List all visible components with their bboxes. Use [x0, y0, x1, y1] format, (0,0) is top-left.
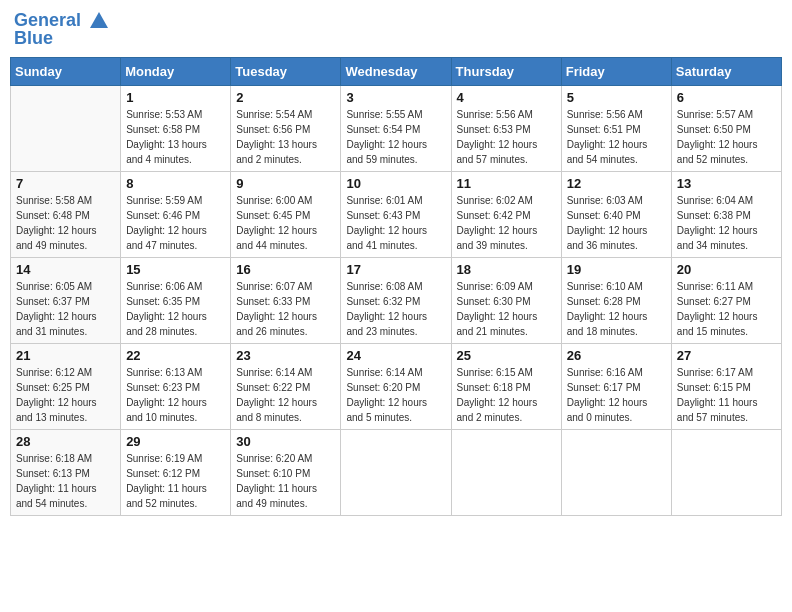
day-number: 20	[677, 262, 776, 277]
day-number: 30	[236, 434, 335, 449]
day-number: 17	[346, 262, 445, 277]
day-info: Sunrise: 6:13 AM Sunset: 6:23 PM Dayligh…	[126, 365, 225, 425]
day-cell: 25Sunrise: 6:15 AM Sunset: 6:18 PM Dayli…	[451, 344, 561, 430]
day-info: Sunrise: 6:05 AM Sunset: 6:37 PM Dayligh…	[16, 279, 115, 339]
day-number: 5	[567, 90, 666, 105]
day-info: Sunrise: 6:03 AM Sunset: 6:40 PM Dayligh…	[567, 193, 666, 253]
day-info: Sunrise: 6:12 AM Sunset: 6:25 PM Dayligh…	[16, 365, 115, 425]
day-info: Sunrise: 6:11 AM Sunset: 6:27 PM Dayligh…	[677, 279, 776, 339]
day-cell: 11Sunrise: 6:02 AM Sunset: 6:42 PM Dayli…	[451, 172, 561, 258]
day-cell: 3Sunrise: 5:55 AM Sunset: 6:54 PM Daylig…	[341, 86, 451, 172]
day-cell: 7Sunrise: 5:58 AM Sunset: 6:48 PM Daylig…	[11, 172, 121, 258]
day-number: 27	[677, 348, 776, 363]
day-cell: 21Sunrise: 6:12 AM Sunset: 6:25 PM Dayli…	[11, 344, 121, 430]
day-cell: 28Sunrise: 6:18 AM Sunset: 6:13 PM Dayli…	[11, 430, 121, 516]
day-cell: 13Sunrise: 6:04 AM Sunset: 6:38 PM Dayli…	[671, 172, 781, 258]
day-number: 21	[16, 348, 115, 363]
day-info: Sunrise: 6:16 AM Sunset: 6:17 PM Dayligh…	[567, 365, 666, 425]
day-info: Sunrise: 6:15 AM Sunset: 6:18 PM Dayligh…	[457, 365, 556, 425]
svg-marker-0	[90, 12, 108, 28]
day-number: 15	[126, 262, 225, 277]
day-info: Sunrise: 5:53 AM Sunset: 6:58 PM Dayligh…	[126, 107, 225, 167]
day-cell: 24Sunrise: 6:14 AM Sunset: 6:20 PM Dayli…	[341, 344, 451, 430]
day-number: 13	[677, 176, 776, 191]
day-cell: 22Sunrise: 6:13 AM Sunset: 6:23 PM Dayli…	[121, 344, 231, 430]
day-cell	[671, 430, 781, 516]
day-cell: 2Sunrise: 5:54 AM Sunset: 6:56 PM Daylig…	[231, 86, 341, 172]
day-header-saturday: Saturday	[671, 58, 781, 86]
day-number: 6	[677, 90, 776, 105]
day-cell: 29Sunrise: 6:19 AM Sunset: 6:12 PM Dayli…	[121, 430, 231, 516]
day-number: 23	[236, 348, 335, 363]
day-info: Sunrise: 6:09 AM Sunset: 6:30 PM Dayligh…	[457, 279, 556, 339]
day-info: Sunrise: 5:54 AM Sunset: 6:56 PM Dayligh…	[236, 107, 335, 167]
day-info: Sunrise: 5:58 AM Sunset: 6:48 PM Dayligh…	[16, 193, 115, 253]
day-cell	[11, 86, 121, 172]
day-cell: 4Sunrise: 5:56 AM Sunset: 6:53 PM Daylig…	[451, 86, 561, 172]
day-number: 1	[126, 90, 225, 105]
day-cell: 23Sunrise: 6:14 AM Sunset: 6:22 PM Dayli…	[231, 344, 341, 430]
day-number: 28	[16, 434, 115, 449]
day-info: Sunrise: 6:00 AM Sunset: 6:45 PM Dayligh…	[236, 193, 335, 253]
day-header-monday: Monday	[121, 58, 231, 86]
day-cell: 15Sunrise: 6:06 AM Sunset: 6:35 PM Dayli…	[121, 258, 231, 344]
day-cell: 30Sunrise: 6:20 AM Sunset: 6:10 PM Dayli…	[231, 430, 341, 516]
day-cell: 18Sunrise: 6:09 AM Sunset: 6:30 PM Dayli…	[451, 258, 561, 344]
day-info: Sunrise: 5:56 AM Sunset: 6:53 PM Dayligh…	[457, 107, 556, 167]
day-number: 22	[126, 348, 225, 363]
day-info: Sunrise: 6:08 AM Sunset: 6:32 PM Dayligh…	[346, 279, 445, 339]
day-info: Sunrise: 6:14 AM Sunset: 6:22 PM Dayligh…	[236, 365, 335, 425]
day-cell	[451, 430, 561, 516]
week-row-5: 28Sunrise: 6:18 AM Sunset: 6:13 PM Dayli…	[11, 430, 782, 516]
day-info: Sunrise: 6:02 AM Sunset: 6:42 PM Dayligh…	[457, 193, 556, 253]
day-cell: 27Sunrise: 6:17 AM Sunset: 6:15 PM Dayli…	[671, 344, 781, 430]
day-number: 26	[567, 348, 666, 363]
day-cell: 20Sunrise: 6:11 AM Sunset: 6:27 PM Dayli…	[671, 258, 781, 344]
day-header-tuesday: Tuesday	[231, 58, 341, 86]
day-cell: 19Sunrise: 6:10 AM Sunset: 6:28 PM Dayli…	[561, 258, 671, 344]
day-info: Sunrise: 6:10 AM Sunset: 6:28 PM Dayligh…	[567, 279, 666, 339]
day-info: Sunrise: 6:06 AM Sunset: 6:35 PM Dayligh…	[126, 279, 225, 339]
day-info: Sunrise: 6:14 AM Sunset: 6:20 PM Dayligh…	[346, 365, 445, 425]
day-header-wednesday: Wednesday	[341, 58, 451, 86]
day-info: Sunrise: 5:55 AM Sunset: 6:54 PM Dayligh…	[346, 107, 445, 167]
day-info: Sunrise: 5:59 AM Sunset: 6:46 PM Dayligh…	[126, 193, 225, 253]
calendar-table: SundayMondayTuesdayWednesdayThursdayFrid…	[10, 57, 782, 516]
day-cell: 9Sunrise: 6:00 AM Sunset: 6:45 PM Daylig…	[231, 172, 341, 258]
day-info: Sunrise: 6:07 AM Sunset: 6:33 PM Dayligh…	[236, 279, 335, 339]
week-row-1: 1Sunrise: 5:53 AM Sunset: 6:58 PM Daylig…	[11, 86, 782, 172]
logo-icon	[88, 10, 110, 32]
day-header-sunday: Sunday	[11, 58, 121, 86]
day-info: Sunrise: 6:18 AM Sunset: 6:13 PM Dayligh…	[16, 451, 115, 511]
day-number: 29	[126, 434, 225, 449]
day-info: Sunrise: 6:20 AM Sunset: 6:10 PM Dayligh…	[236, 451, 335, 511]
week-row-4: 21Sunrise: 6:12 AM Sunset: 6:25 PM Dayli…	[11, 344, 782, 430]
day-info: Sunrise: 6:04 AM Sunset: 6:38 PM Dayligh…	[677, 193, 776, 253]
day-cell: 1Sunrise: 5:53 AM Sunset: 6:58 PM Daylig…	[121, 86, 231, 172]
day-info: Sunrise: 5:57 AM Sunset: 6:50 PM Dayligh…	[677, 107, 776, 167]
day-cell: 16Sunrise: 6:07 AM Sunset: 6:33 PM Dayli…	[231, 258, 341, 344]
day-cell: 8Sunrise: 5:59 AM Sunset: 6:46 PM Daylig…	[121, 172, 231, 258]
day-number: 3	[346, 90, 445, 105]
day-number: 2	[236, 90, 335, 105]
page-header: General Blue	[10, 10, 782, 49]
day-number: 19	[567, 262, 666, 277]
day-cell: 26Sunrise: 6:16 AM Sunset: 6:17 PM Dayli…	[561, 344, 671, 430]
day-number: 9	[236, 176, 335, 191]
day-info: Sunrise: 6:01 AM Sunset: 6:43 PM Dayligh…	[346, 193, 445, 253]
day-number: 16	[236, 262, 335, 277]
day-number: 7	[16, 176, 115, 191]
day-info: Sunrise: 5:56 AM Sunset: 6:51 PM Dayligh…	[567, 107, 666, 167]
day-number: 12	[567, 176, 666, 191]
day-number: 4	[457, 90, 556, 105]
logo: General Blue	[14, 10, 112, 49]
day-cell: 14Sunrise: 6:05 AM Sunset: 6:37 PM Dayli…	[11, 258, 121, 344]
day-cell	[341, 430, 451, 516]
day-number: 11	[457, 176, 556, 191]
day-cell: 10Sunrise: 6:01 AM Sunset: 6:43 PM Dayli…	[341, 172, 451, 258]
day-number: 25	[457, 348, 556, 363]
day-header-thursday: Thursday	[451, 58, 561, 86]
day-number: 18	[457, 262, 556, 277]
day-cell: 5Sunrise: 5:56 AM Sunset: 6:51 PM Daylig…	[561, 86, 671, 172]
day-number: 10	[346, 176, 445, 191]
